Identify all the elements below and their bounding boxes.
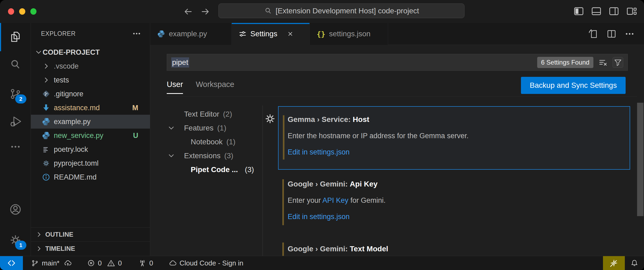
edit-in-settings-json-link[interactable]: Edit in settings.json [288,213,630,221]
account-button[interactable] [0,197,31,222]
toc-item-pipet-code[interactable]: Pipet Code ... (3) [150,163,262,177]
sidebar-item-explorer[interactable] [0,24,31,50]
tab-user-settings[interactable]: User [167,80,183,94]
api-key-link[interactable]: API Key [323,196,349,204]
setting-row-google-gemini-api-key[interactable]: Google › Gemini: Api Key Enter your API … [278,176,630,240]
tree-item-example-py[interactable]: example.py [31,115,150,129]
notifications-button[interactable] [625,256,644,270]
toc-label: Features [184,124,214,132]
cloud-code-status-item[interactable]: Cloud Code - Sign in [169,256,243,270]
tab-bar: example.py Settings {} settings.json [150,23,644,45]
edit-in-settings-json-link[interactable]: Edit in settings.json [288,148,630,156]
outline-section-header[interactable]: OUTLINE [31,227,150,241]
code-assist-disabled-item[interactable] [603,256,625,270]
toggle-primary-sidebar-button[interactable] [573,6,584,17]
timeline-label: TIMELINE [45,245,75,252]
manage-settings-button[interactable]: 1 [0,227,31,253]
remote-indicator[interactable] [0,256,23,270]
error-count: 0 [98,259,101,267]
setting-category: Google › Gemini: [288,180,350,188]
close-window-button[interactable] [8,8,14,15]
warning-icon [107,259,115,267]
toc-item-features[interactable]: Features (1) [150,121,262,135]
toc-count: (3) [245,165,254,174]
toc-item-text-editor[interactable]: Text Editor (2) [150,107,262,121]
toc-count: (3) [224,152,233,160]
sidebar-item-search[interactable] [0,52,31,77]
root-folder-label: CODE-PROJECT [43,48,100,57]
settings-search-input[interactable]: pipet 6 Settings Found [167,54,628,71]
markdown-down-arrow-icon [42,103,51,112]
tree-item-vscode-folder[interactable]: .vscode [31,59,150,73]
setting-row-google-gemini-text-model[interactable]: Google › Gemini: Text Model [278,241,630,256]
tree-item-gitignore[interactable]: .gitignore [31,87,150,101]
editor-more-actions-button[interactable] [624,29,635,39]
sidebar-item-run-debug[interactable] [0,109,31,134]
tree-item-readme-md[interactable]: README.md [31,170,150,184]
setting-description: Enter your API Key for Gemini. [288,196,630,205]
settings-scope-tabs: User Workspace [167,80,234,94]
toc-item-extensions[interactable]: Extensions (3) [150,149,262,163]
tab-example-py[interactable]: example.py [150,23,232,45]
search-query-text: pipet [171,57,189,68]
cloud-code-label: Cloud Code - Sign in [180,259,243,267]
clear-settings-search-button[interactable] [598,58,608,67]
sidebar-item-more-views[interactable] [0,134,31,160]
customize-layout-button[interactable] [626,6,637,17]
problems-status-item[interactable]: 0 0 [87,256,122,270]
debug-icon [9,115,22,128]
timeline-section-header[interactable]: TIMELINE [31,241,150,256]
toc-count: (1) [226,138,235,146]
tree-item-assistance-md[interactable]: assistance.md M [31,101,150,115]
sidebar-item-source-control[interactable]: 2 [0,81,31,107]
bell-icon [630,259,639,267]
tree-item-new-service-py[interactable]: new_service.py U [31,129,150,142]
vertical-scrollbar[interactable] [637,103,643,216]
chevron-down-icon [167,124,184,132]
tab-workspace-settings[interactable]: Workspace [196,80,234,94]
editor-group: example.py Settings {} settings.json pip… [150,23,644,256]
cloud-icon [169,259,177,267]
sync-cloud-upload-icon [64,259,72,267]
tab-label: settings.json [329,30,371,38]
branch-status-item[interactable]: main* [31,256,72,270]
tree-item-tests-folder[interactable]: tests [31,73,150,87]
open-settings-json-button[interactable] [588,29,599,39]
filter-settings-button[interactable] [613,57,623,68]
setting-gear-icon[interactable] [264,113,276,125]
file-name: .gitignore [54,90,83,98]
branch-label: main* [42,259,59,267]
navigate-back-button[interactable] [183,6,193,17]
command-center[interactable]: [Extension Development Host] code-projec… [218,3,464,18]
tab-settings-json[interactable]: {} settings.json [310,23,388,45]
setting-title: Google › Gemini: Api Key [288,180,630,188]
chevron-right-icon [42,62,51,71]
toc-splitter[interactable] [262,105,263,256]
minimize-window-button[interactable] [19,8,25,15]
setting-name: Host [353,115,369,124]
ports-status-item[interactable]: 0 [138,256,153,270]
explorer-more-actions-button[interactable] [132,29,141,38]
toggle-secondary-sidebar-button[interactable] [608,6,619,17]
toggle-panel-button[interactable] [591,6,602,17]
backup-sync-settings-button[interactable]: Backup and Sync Settings [521,77,626,94]
tree-item-poetry-lock[interactable]: poetry.lock [31,142,150,156]
navigate-forward-button[interactable] [200,6,210,17]
git-status-badge: U [133,132,138,140]
tree-item-pyproject-toml[interactable]: pyproject.toml [31,156,150,170]
toc-label: Notebook [191,138,223,146]
toc-count: (2) [223,110,232,118]
python-icon [42,131,51,140]
zoom-window-button[interactable] [30,8,36,15]
search-icon [9,58,22,71]
close-icon[interactable] [286,29,295,38]
setting-row-gemma-service-host[interactable]: Gemma › Service: Host Enter the hostname… [278,106,630,170]
tab-settings[interactable]: Settings [232,23,310,45]
toc-label: Extensions [184,152,221,160]
gear-icon [42,159,51,168]
split-editor-button[interactable] [606,29,617,39]
tree-root-code-project[interactable]: CODE-PROJECT [31,45,150,59]
python-icon [157,30,165,38]
settings-editor: pipet 6 Settings Found User Workspace Ba… [150,45,644,256]
toc-item-notebook[interactable]: Notebook (1) [150,135,262,149]
